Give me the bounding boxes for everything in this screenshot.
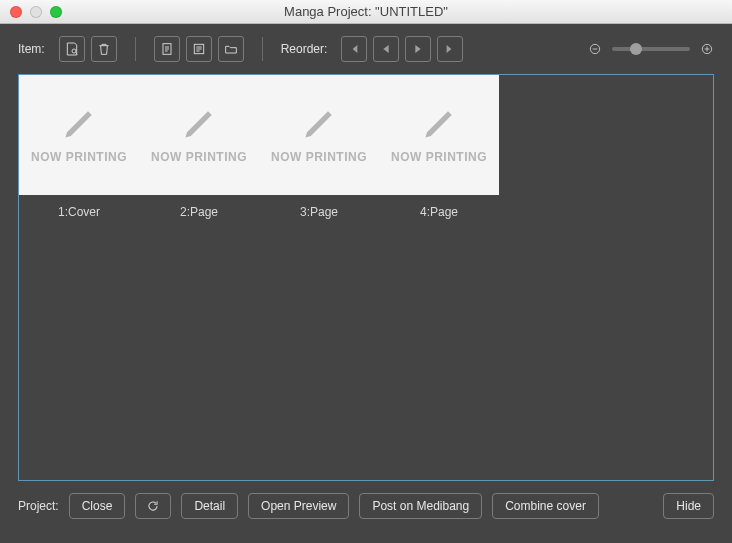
- page-thumbnail[interactable]: NOW PRINTING: [259, 75, 379, 195]
- prev-icon: [378, 41, 394, 57]
- last-icon: [442, 41, 458, 57]
- open-preview-button[interactable]: Open Preview: [248, 493, 349, 519]
- window-title: Manga Project: "UNTITLED": [0, 4, 732, 19]
- detail-button[interactable]: Detail: [181, 493, 238, 519]
- page-item[interactable]: NOW PRINTING 4:Page: [379, 75, 499, 219]
- pencil-icon: [61, 106, 97, 142]
- pages-row: NOW PRINTING 1:Cover NOW PRINTING 2:Page…: [19, 75, 713, 219]
- minimize-window-light: [30, 6, 42, 18]
- placeholder-label: NOW PRINTING: [391, 150, 487, 164]
- pencil-icon: [421, 106, 457, 142]
- page-thumbnail[interactable]: NOW PRINTING: [19, 75, 139, 195]
- item-buttons-2: [154, 36, 244, 62]
- svg-point-0: [72, 49, 76, 53]
- page-thumbnail[interactable]: NOW PRINTING: [379, 75, 499, 195]
- combine-cover-button[interactable]: Combine cover: [492, 493, 599, 519]
- document-search-icon: [64, 41, 80, 57]
- placeholder-label: NOW PRINTING: [271, 150, 367, 164]
- page-settings-button[interactable]: [186, 36, 212, 62]
- page-number-label: 4:Page: [420, 205, 458, 219]
- title-bar: Manga Project: "UNTITLED": [0, 0, 732, 24]
- separator: [262, 37, 263, 61]
- document-icon: [159, 41, 175, 57]
- page-info-button[interactable]: [154, 36, 180, 62]
- reorder-next-button[interactable]: [405, 36, 431, 62]
- placeholder-label: NOW PRINTING: [151, 150, 247, 164]
- list-icon: [191, 41, 207, 57]
- zoom-in-icon[interactable]: [700, 42, 714, 56]
- close-button[interactable]: Close: [69, 493, 126, 519]
- reorder-last-button[interactable]: [437, 36, 463, 62]
- page-number-label: 2:Page: [180, 205, 218, 219]
- refresh-button[interactable]: [135, 493, 171, 519]
- page-item[interactable]: NOW PRINTING 3:Page: [259, 75, 379, 219]
- item-buttons: [59, 36, 117, 62]
- page-number-label: 3:Page: [300, 205, 338, 219]
- zoom-out-icon[interactable]: [588, 42, 602, 56]
- pencil-icon: [301, 106, 337, 142]
- reorder-prev-button[interactable]: [373, 36, 399, 62]
- placeholder-label: NOW PRINTING: [31, 150, 127, 164]
- close-window-light[interactable]: [10, 6, 22, 18]
- item-label: Item:: [18, 42, 45, 56]
- zoom-window-light[interactable]: [50, 6, 62, 18]
- page-number-label: 1:Cover: [58, 205, 100, 219]
- bottom-bar: Project: Close Detail Open Preview Post …: [0, 481, 732, 531]
- zoom-thumb[interactable]: [630, 43, 642, 55]
- zoom-slider: [588, 42, 714, 56]
- next-icon: [410, 41, 426, 57]
- page-thumbnail[interactable]: NOW PRINTING: [139, 75, 259, 195]
- toolbar: Item: Reorder:: [0, 24, 732, 74]
- refresh-icon: [146, 499, 160, 513]
- delete-page-button[interactable]: [91, 36, 117, 62]
- page-item[interactable]: NOW PRINTING 1:Cover: [19, 75, 139, 219]
- new-page-button[interactable]: [59, 36, 85, 62]
- page-folder-button[interactable]: [218, 36, 244, 62]
- pages-area[interactable]: NOW PRINTING 1:Cover NOW PRINTING 2:Page…: [18, 74, 714, 481]
- first-icon: [346, 41, 362, 57]
- hide-button[interactable]: Hide: [663, 493, 714, 519]
- separator: [135, 37, 136, 61]
- pencil-icon: [181, 106, 217, 142]
- trash-icon: [96, 41, 112, 57]
- post-on-medibang-button[interactable]: Post on Medibang: [359, 493, 482, 519]
- reorder-first-button[interactable]: [341, 36, 367, 62]
- project-label: Project:: [18, 499, 59, 513]
- page-item[interactable]: NOW PRINTING 2:Page: [139, 75, 259, 219]
- folder-icon: [223, 41, 239, 57]
- reorder-buttons: [341, 36, 463, 62]
- window-controls: [0, 6, 62, 18]
- zoom-track[interactable]: [612, 47, 690, 51]
- reorder-label: Reorder:: [281, 42, 328, 56]
